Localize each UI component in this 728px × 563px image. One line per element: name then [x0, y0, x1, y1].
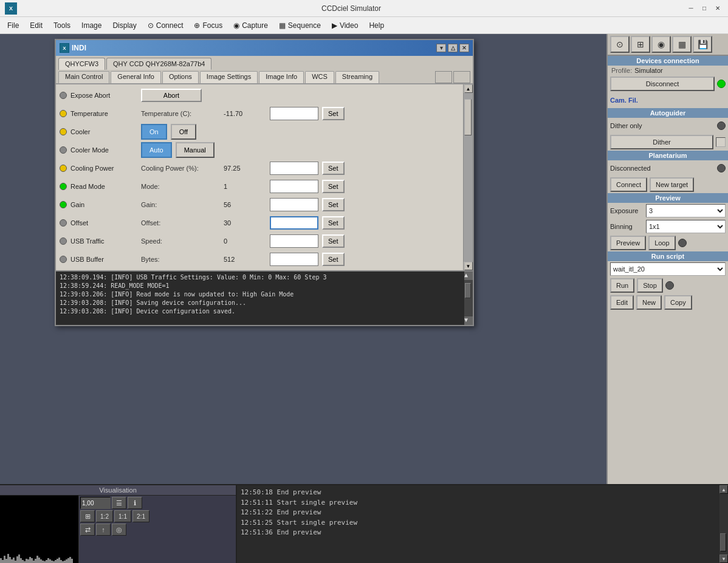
minimize-button[interactable]: ─: [685, 3, 696, 14]
copy-button[interactable]: Copy: [664, 295, 692, 310]
menu-file[interactable]: File: [2, 19, 24, 32]
cooler-manual-button[interactable]: Manual: [176, 142, 215, 158]
value-usb-traffic: 0: [224, 237, 266, 245]
tab-wcs[interactable]: WCS: [305, 71, 334, 83]
dither-button[interactable]: Dither: [610, 135, 713, 149]
input-offset[interactable]: [270, 216, 318, 230]
input-gain[interactable]: [270, 198, 318, 211]
cooler-off-button[interactable]: Off: [171, 124, 196, 140]
log-panel-scrollbar[interactable]: ▲ ▼: [719, 485, 728, 563]
menu-tools[interactable]: Tools: [49, 19, 75, 32]
zoom-input[interactable]: [80, 497, 111, 509]
indi-log-scrollbar[interactable]: ▲ ▼: [464, 271, 473, 325]
input-usb-traffic[interactable]: [270, 234, 318, 248]
device-tab-qhycfw3[interactable]: QHYCFW3: [58, 58, 105, 70]
indi-close[interactable]: ✕: [459, 44, 469, 52]
menu-image[interactable]: Image: [77, 19, 106, 32]
set-offset-button[interactable]: Set: [322, 216, 345, 230]
exposure-label: Exposure: [610, 207, 644, 214]
menu-connect[interactable]: ⊙Connect: [143, 19, 188, 32]
tab-general-info[interactable]: General Info: [111, 71, 161, 83]
menu-edit[interactable]: Edit: [25, 19, 47, 32]
rt-btn-grid[interactable]: ⊞: [631, 36, 650, 53]
nav-target-btn[interactable]: ◎: [112, 524, 126, 536]
set-temperature-button[interactable]: Set: [322, 107, 345, 120]
log-scroll-down-btn[interactable]: ▼: [719, 554, 728, 563]
maximize-button[interactable]: □: [699, 3, 710, 14]
stop-button[interactable]: Stop: [637, 278, 663, 293]
tab-image-info[interactable]: Image Info: [259, 71, 304, 83]
tab-main-control[interactable]: Main Control: [58, 71, 109, 83]
zoom-1-1-btn[interactable]: 1:1: [114, 510, 131, 522]
fit-icon-btn[interactable]: ⊞: [80, 510, 95, 522]
input-read-mode[interactable]: [270, 180, 318, 193]
indi-mini-btn-2[interactable]: [453, 71, 470, 83]
menubar: File Edit Tools Image Display ⊙Connect ⊕…: [0, 17, 728, 34]
cooler-auto-button[interactable]: Auto: [141, 142, 172, 158]
tab-streaming[interactable]: Streaming: [335, 71, 379, 83]
log-content: 12:50:18 End preview 12:51:11 Start sing…: [237, 485, 719, 541]
set-gain-button[interactable]: Set: [322, 198, 345, 211]
zoom-1-2-btn[interactable]: 1:2: [96, 510, 113, 522]
scroll-up-arrow[interactable]: ▲: [464, 84, 473, 93]
tab-image-settings[interactable]: Image Settings: [200, 71, 258, 83]
planetarium-connect-button[interactable]: Connect: [610, 177, 647, 192]
log-scroll-track[interactable]: [464, 280, 473, 316]
menu-display[interactable]: Display: [108, 19, 141, 32]
exposure-select[interactable]: 3: [646, 204, 726, 217]
indi-minimize[interactable]: ▾: [436, 44, 446, 52]
zoom-info-btn[interactable]: ℹ: [128, 497, 142, 509]
edit-button[interactable]: Edit: [610, 295, 634, 310]
log-scroll-up[interactable]: ▲: [464, 271, 473, 280]
menu-video[interactable]: ▶Video: [327, 19, 363, 32]
log-scroll-thumb[interactable]: [465, 283, 471, 298]
set-usb-traffic-button[interactable]: Set: [322, 234, 345, 248]
script-select[interactable]: wait_itl_20: [610, 262, 726, 276]
set-usb-buffer-button[interactable]: Set: [322, 253, 345, 266]
menu-sequence[interactable]: ▦Sequence: [274, 19, 326, 32]
value-temperature: -11.70: [224, 110, 266, 117]
scroll-track[interactable]: [464, 93, 473, 262]
menu-capture[interactable]: ◉Capture: [228, 19, 273, 32]
vis-zoom-row: ☰ ℹ: [80, 497, 235, 509]
close-button[interactable]: ✕: [712, 3, 723, 14]
new-target-button[interactable]: New target: [650, 177, 694, 192]
menu-help[interactable]: Help: [364, 19, 389, 32]
log-scroll-track-main[interactable]: [719, 494, 728, 554]
menu-focus[interactable]: ⊕Focus: [189, 19, 227, 32]
log-scroll-thumb-main[interactable]: [720, 533, 726, 551]
nav-up-btn[interactable]: ↑: [96, 524, 111, 536]
cooler-on-button[interactable]: On: [141, 124, 167, 140]
loop-button[interactable]: Loop: [648, 236, 675, 250]
rt-btn-connect[interactable]: ⊙: [610, 36, 630, 53]
scroll-down-arrow[interactable]: ▼: [464, 262, 473, 270]
run-button[interactable]: Run: [610, 278, 634, 293]
log-scroll-up-btn[interactable]: ▲: [719, 485, 728, 494]
zoom-2-1-btn[interactable]: 2:1: [132, 510, 149, 522]
set-read-mode-button[interactable]: Set: [322, 180, 345, 193]
set-cooling-power-button[interactable]: Set: [322, 162, 345, 175]
abort-button[interactable]: Abort: [141, 89, 202, 102]
new-script-button[interactable]: New: [636, 295, 662, 310]
input-usb-buffer[interactable]: [270, 253, 318, 266]
disconnect-button[interactable]: Disconnect: [610, 77, 715, 91]
indi-log-line-2: 12:38:59.244: READ_MODE MODE=1: [60, 282, 469, 290]
rt-btn-camera[interactable]: ◉: [651, 36, 671, 53]
zoom-icon-btn[interactable]: ☰: [112, 497, 126, 509]
nav-arrows-btn[interactable]: ⇄: [80, 524, 95, 536]
input-temperature[interactable]: [270, 107, 318, 120]
binning-select[interactable]: 1x1: [646, 220, 726, 233]
indi-maximize[interactable]: △: [448, 44, 458, 52]
log-scroll-down[interactable]: ▼: [464, 316, 473, 325]
device-tab-qhyccd[interactable]: QHY CCD QHY268M-82a77b4: [106, 58, 211, 70]
indi-mini-btn-1[interactable]: [435, 71, 452, 83]
indi-scrollbar[interactable]: ▲ ▼: [463, 84, 473, 270]
rt-btn-save[interactable]: 💾: [693, 36, 712, 53]
tab-options[interactable]: Options: [162, 71, 199, 83]
center-area: X INDI ▾ △ ✕ QHYCFW3 QHY CCD QHY268M-82a…: [0, 34, 606, 484]
scroll-thumb[interactable]: [464, 99, 472, 135]
preview-button[interactable]: Preview: [610, 236, 646, 250]
rt-btn-sequence[interactable]: ▦: [672, 36, 692, 53]
input-cooling-power[interactable]: [270, 162, 318, 175]
dither-checkbox[interactable]: [716, 137, 726, 147]
